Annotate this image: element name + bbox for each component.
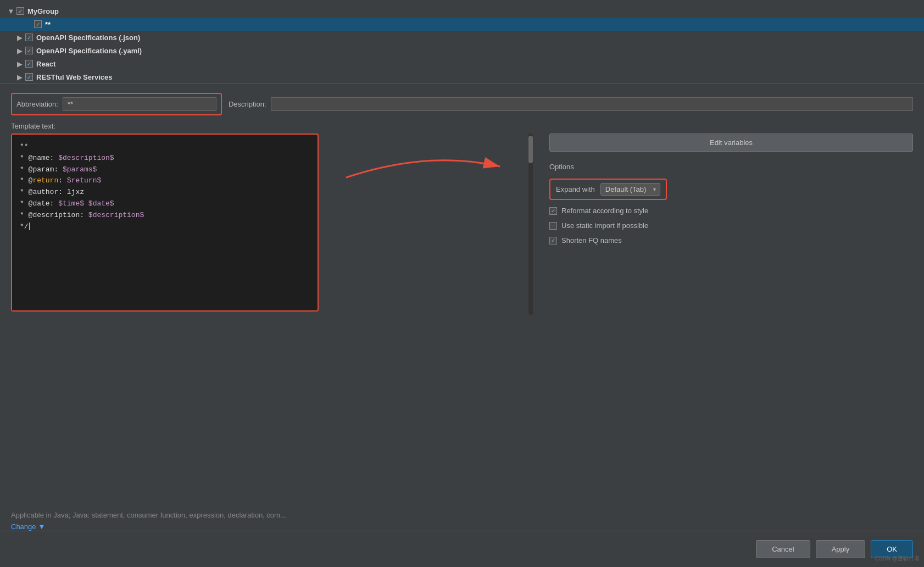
restful-arrow: ▶ [15, 73, 24, 81]
reformat-checkbox[interactable] [549, 207, 557, 215]
star-checkbox[interactable] [34, 20, 42, 28]
star-label: ** [45, 20, 51, 29]
options-section: Options Expand with Default (Tab) Tab En… [549, 163, 913, 244]
abbreviation-group: Abbreviation: [11, 93, 222, 115]
react-arrow: ▶ [15, 59, 24, 68]
expand-with-row: Expand with Default (Tab) Tab Enter Spac… [549, 179, 667, 200]
static-import-checkbox[interactable] [549, 222, 557, 230]
applicable-text: Applicable in Java; Java: statement, con… [11, 511, 913, 519]
tree-area: ▼ MyGroup ** ▶ OpenAPI Specifications (.… [0, 0, 924, 84]
expand-with-select[interactable]: Default (Tab) Tab Enter Space [600, 183, 660, 196]
edit-variables-button[interactable]: Edit variables [549, 134, 913, 152]
expand-with-select-wrapper: Default (Tab) Tab Enter Space [600, 183, 660, 196]
tree-item-star[interactable]: ** [0, 18, 924, 31]
tree-item-openapi-json[interactable]: ▶ OpenAPI Specifications (.json) [0, 31, 924, 44]
shorten-fq-label: Shorten FQ names [561, 236, 622, 244]
openapi-yaml-checkbox[interactable] [25, 47, 33, 54]
shorten-fq-checkbox[interactable] [549, 237, 557, 244]
abbreviation-label: Abbreviation: [16, 100, 58, 108]
change-link[interactable]: Change ▼ [11, 522, 45, 531]
openapi-yaml-label: OpenAPI Specifications (.yaml) [36, 47, 142, 55]
scrollbar-thumb[interactable] [528, 136, 533, 163]
openapi-yaml-arrow: ▶ [15, 46, 24, 55]
template-highlighted: ** * @name: $description$ * @param: $par… [12, 135, 309, 310]
openapi-json-label: OpenAPI Specifications (.json) [36, 34, 140, 42]
arrow-area [319, 134, 538, 496]
star-arrow [24, 20, 33, 29]
restful-label: RESTful Web Services [36, 73, 112, 81]
reformat-row: Reformat according to style [549, 207, 913, 215]
tree-item-openapi-yaml[interactable]: ▶ OpenAPI Specifications (.yaml) [0, 44, 924, 57]
tree-item-restful[interactable]: ▶ RESTful Web Services [0, 70, 924, 84]
abbr-desc-row: Abbreviation: Description: [11, 93, 913, 115]
template-label: Template text: [11, 122, 913, 130]
restful-checkbox[interactable] [25, 73, 33, 81]
description-group: Description: [229, 97, 913, 111]
dialog: ▼ MyGroup ** ▶ OpenAPI Specifications (.… [0, 0, 924, 567]
reformat-label: Reformat according to style [561, 207, 648, 215]
options-title: Options [549, 163, 913, 171]
expand-with-label: Expand with [556, 185, 595, 193]
main-content: Abbreviation: Description: Template text… [0, 84, 924, 531]
mygroup-arrow: ▼ [7, 7, 15, 15]
dialog-footer: Cancel Apply OK [0, 531, 924, 567]
static-import-label: Use static import if possible [561, 221, 648, 230]
change-label: Change [11, 522, 36, 531]
apply-button[interactable]: Apply [816, 540, 866, 558]
shorten-fq-row: Shorten FQ names [549, 236, 913, 244]
static-import-row: Use static import if possible [549, 221, 913, 230]
right-panel: Edit variables Options Expand with Defau… [538, 134, 913, 496]
template-section: Template text: ** * @name: $description$… [11, 122, 913, 531]
mygroup-checkbox[interactable] [16, 7, 24, 15]
openapi-json-arrow: ▶ [15, 33, 24, 42]
template-editor-wrap: ** * @name: $description$ * @param: $par… [11, 134, 319, 312]
description-input[interactable] [271, 97, 913, 111]
watermark: CSDN @逻辑行者 [875, 555, 920, 563]
red-arrow-annotation [330, 144, 516, 188]
tree-item-mygroup[interactable]: ▼ MyGroup [0, 4, 924, 18]
react-checkbox[interactable] [25, 60, 33, 68]
abbreviation-input[interactable] [63, 97, 216, 111]
description-label: Description: [229, 100, 266, 108]
mygroup-label: MyGroup [27, 7, 59, 15]
template-body: ** * @name: $description$ * @param: $par… [11, 134, 913, 496]
tree-item-react[interactable]: ▶ React [0, 57, 924, 70]
openapi-json-checkbox[interactable] [25, 34, 33, 41]
template-editor-container: ** * @name: $description$ * @param: $par… [11, 134, 319, 496]
react-label: React [36, 60, 55, 68]
applicable-section: Applicable in Java; Java: statement, con… [11, 504, 913, 531]
cancel-button[interactable]: Cancel [756, 540, 810, 558]
change-arrow: ▼ [38, 522, 46, 531]
scrollbar-track[interactable] [528, 134, 533, 315]
